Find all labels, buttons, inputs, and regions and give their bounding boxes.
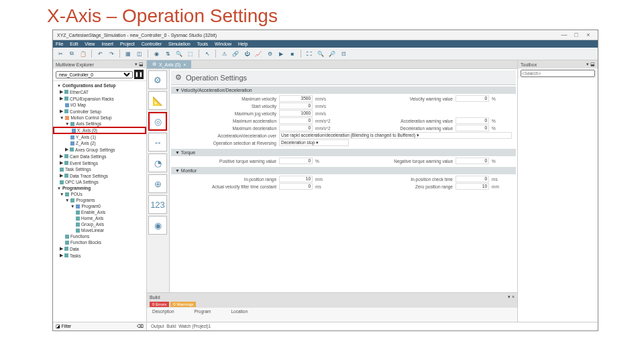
- tree-trace[interactable]: ▶ Data Trace Settings: [53, 172, 146, 179]
- close-button[interactable]: ×: [583, 32, 594, 38]
- decwarn-input[interactable]: 0: [455, 125, 489, 131]
- zoom-100-icon[interactable]: ⊡: [339, 49, 348, 58]
- nav-axis-basic[interactable]: ⚙: [148, 70, 167, 89]
- menu-file[interactable]: File: [56, 42, 63, 46]
- accwarn-input[interactable]: 0: [455, 117, 489, 124]
- avf-input[interactable]: 0: [279, 183, 313, 190]
- tree-data[interactable]: ▶ Data: [53, 245, 146, 252]
- rebuild-icon[interactable]: ◫: [135, 49, 144, 58]
- nav-unit-conversion[interactable]: 📐: [148, 91, 167, 110]
- menu-edit[interactable]: Edit: [70, 42, 78, 46]
- tab-watch[interactable]: Watch (Project)1: [178, 324, 211, 328]
- tree-pous[interactable]: ▼ POUs: [53, 191, 146, 197]
- nav-limit[interactable]: ◔: [148, 154, 167, 172]
- tree-function-blocks[interactable]: Function Blocks: [53, 239, 146, 245]
- tab-build[interactable]: Build: [166, 324, 176, 328]
- adover-dropdown[interactable]: Use rapid acceleration/deceleration (Ble…: [279, 132, 512, 139]
- tab-output[interactable]: Output: [151, 324, 164, 328]
- controller-dropdown[interactable]: new_Controller_0: [56, 71, 133, 78]
- paste-icon[interactable]: 📋: [78, 49, 88, 58]
- section-header-torque[interactable]: ▼ Torque: [171, 149, 516, 156]
- menu-view[interactable]: View: [85, 42, 95, 46]
- maxjog-input[interactable]: 1000: [279, 110, 313, 117]
- menu-project[interactable]: Project: [120, 42, 135, 46]
- menu-tools[interactable]: Tools: [197, 42, 208, 46]
- menu-simulation[interactable]: Simulation: [168, 42, 191, 46]
- warnings-tab[interactable]: 0 Warnings: [170, 302, 196, 307]
- tree-opcua[interactable]: OPC UA Settings: [53, 179, 146, 185]
- link-icon[interactable]: 🔗: [231, 49, 240, 58]
- config-icon[interactable]: ⚙: [265, 49, 274, 58]
- tree-motion[interactable]: ▼ Motion Control Setup: [53, 115, 146, 121]
- sync-icon[interactable]: ⇅: [163, 49, 172, 58]
- panel-pin-icon[interactable]: ▾ ⬓: [135, 62, 144, 67]
- postorque-input[interactable]: 0: [279, 158, 313, 164]
- tree-controller-setup[interactable]: ▶ Controller Setup: [53, 108, 146, 115]
- cursor-icon[interactable]: ↖: [203, 49, 212, 58]
- filter-clear-icon[interactable]: ⌫: [137, 324, 144, 329]
- tree-task[interactable]: Task Settings: [53, 166, 146, 172]
- controller-icon[interactable]: ⬚: [186, 49, 195, 58]
- nav-position-count[interactable]: 123: [148, 195, 167, 214]
- maximize-button[interactable]: □: [571, 32, 582, 38]
- velwarn-input[interactable]: 0: [455, 95, 489, 102]
- tree-iomap[interactable]: I/O Map: [53, 102, 146, 108]
- tree-x-axis[interactable]: X_Axis (0): [53, 127, 146, 134]
- maxacc-input[interactable]: 0: [279, 117, 313, 124]
- tree-programming[interactable]: ▼Programming: [53, 185, 146, 191]
- opsel-dropdown[interactable]: Deceleration stop ▾: [279, 139, 349, 146]
- panel-pin-icon[interactable]: ▾ ⬓: [586, 62, 595, 67]
- maxdec-input[interactable]: 0: [279, 125, 313, 131]
- errors-tab[interactable]: 0 Errors: [150, 302, 169, 307]
- sim-icon[interactable]: ▶: [276, 49, 286, 58]
- tree-axes-group[interactable]: ▶ Axes Group Settings: [53, 146, 146, 153]
- tree-enable-axis[interactable]: Enable_Axis: [53, 209, 146, 215]
- tab-x-axis[interactable]: ⚙ X_Axis (0) ×: [147, 60, 191, 68]
- menu-insert[interactable]: Insert: [101, 42, 113, 46]
- tree-group-axis[interactable]: Group_Axis: [53, 221, 146, 227]
- tree-axis-settings[interactable]: ▼ Axis Settings: [53, 121, 146, 127]
- pause-button[interactable]: ❚❚: [134, 70, 144, 79]
- stop-icon[interactable]: ■: [288, 49, 297, 58]
- online-icon[interactable]: ◉: [152, 49, 161, 58]
- nav-operation-settings[interactable]: ◎: [148, 112, 167, 131]
- tree-ethercat[interactable]: ▶ EtherCAT: [53, 88, 146, 95]
- filter-bar[interactable]: ◪ Filter ⌫: [53, 322, 147, 330]
- tree-programs[interactable]: ▼ Programs: [53, 197, 146, 203]
- tree-y-axis[interactable]: Y_Axis (1): [53, 134, 146, 140]
- power-icon[interactable]: ⏻: [242, 49, 252, 58]
- tree-tasks[interactable]: ▶ Tasks: [53, 252, 146, 259]
- tree-home-axis[interactable]: Home_Axis: [53, 215, 146, 221]
- tree-event[interactable]: ▶ Event Settings: [53, 160, 146, 166]
- minimize-button[interactable]: —: [559, 32, 570, 38]
- warn-icon[interactable]: ⚠: [219, 49, 229, 58]
- undo-icon[interactable]: ↶: [95, 49, 105, 58]
- redo-icon[interactable]: ↷: [107, 49, 116, 58]
- zoom-fit-icon[interactable]: ⛶: [305, 49, 314, 58]
- build-icon[interactable]: ▦: [123, 49, 133, 58]
- menu-window[interactable]: Window: [215, 42, 231, 46]
- cut-icon[interactable]: ✂: [56, 49, 65, 58]
- tree-cpu[interactable]: ▶ CPU/Expansion Racks: [53, 95, 146, 102]
- toolbox-search-input[interactable]: [521, 70, 595, 77]
- nav-homing[interactable]: ⊕: [148, 174, 167, 193]
- tree-config[interactable]: ▼Configurations and Setup: [53, 82, 146, 88]
- nav-servo[interactable]: ◉: [148, 216, 167, 235]
- section-header-velocity[interactable]: ▼ Velocity/Acceleration/Deceleration: [171, 86, 516, 94]
- ipc-input[interactable]: 0: [455, 176, 489, 182]
- negtorque-input[interactable]: 0: [455, 158, 489, 164]
- graph-icon[interactable]: 📈: [254, 49, 263, 58]
- menu-controller[interactable]: Controller: [142, 42, 162, 46]
- panel-close-icon[interactable]: ▾ ×: [508, 294, 515, 300]
- section-header-monitor[interactable]: ▼ Monitor: [171, 167, 516, 174]
- search-icon[interactable]: 🔍: [174, 49, 184, 58]
- tree-movelinear[interactable]: MoveLinear: [53, 227, 146, 233]
- tree-z-axis[interactable]: Z_Axis (2): [53, 140, 146, 146]
- startvel-input[interactable]: 0: [279, 103, 313, 109]
- tab-close-icon[interactable]: ×: [183, 62, 186, 67]
- maxvel-input[interactable]: 3500: [279, 95, 313, 102]
- copy-icon[interactable]: ⧉: [67, 49, 76, 58]
- tree-cam[interactable]: ▶ Cam Data Settings: [53, 153, 146, 160]
- zpr-input[interactable]: 10: [455, 183, 489, 190]
- ipr-input[interactable]: 10: [279, 176, 313, 182]
